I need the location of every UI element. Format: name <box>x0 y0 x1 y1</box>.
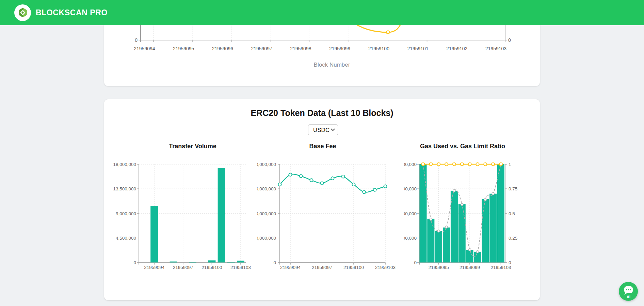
gas-ratio-chart[interactable]: 21959095219590992195910336,000,00027,000… <box>404 160 540 275</box>
data-point <box>300 175 303 178</box>
erc20-token-data-card: ERC20 Token Data (Last 10 Blocks) USDC T… <box>104 99 540 300</box>
svg-text:27,000,000: 27,000,000 <box>404 186 417 191</box>
data-point <box>342 175 345 178</box>
svg-text:21959094: 21959094 <box>134 46 155 51</box>
svg-text:21959095: 21959095 <box>429 265 449 270</box>
svg-text:21959096: 21959096 <box>212 46 234 51</box>
svg-text:200,000,000: 200,000,000 <box>257 236 276 241</box>
ratio-point <box>453 190 455 192</box>
brand-text: BLOCKSCAN PRO <box>36 8 108 17</box>
bar <box>489 194 497 262</box>
data-point <box>278 183 281 186</box>
gas-limit-point <box>499 163 502 166</box>
data-point <box>289 173 292 176</box>
ratio-point <box>437 230 440 232</box>
gas-limit-point <box>468 163 471 166</box>
gas-limit-point <box>453 163 456 166</box>
svg-text:21959097: 21959097 <box>312 265 332 270</box>
svg-text:21959094: 21959094 <box>144 265 165 270</box>
bar <box>466 250 473 262</box>
base-fee-chart[interactable]: 21959094219590972195910021959103800,000,… <box>257 160 400 275</box>
svg-text:0: 0 <box>414 260 417 265</box>
ratio-point <box>484 199 486 201</box>
gas-ratio-title: Gas Used vs. Gas Limit Ratio <box>420 143 505 150</box>
svg-text:21959102: 21959102 <box>446 46 468 51</box>
bar <box>420 164 427 262</box>
svg-text:21959095: 21959095 <box>173 46 194 51</box>
gas-limit-point <box>476 163 479 166</box>
svg-text:21959100: 21959100 <box>202 265 222 270</box>
hexagon-logo-icon <box>17 7 29 18</box>
ratio-point <box>469 249 471 251</box>
svg-text:21959103: 21959103 <box>230 265 251 270</box>
base-fee-title: Base Fee <box>309 143 336 150</box>
svg-text:600,000,000: 600,000,000 <box>257 186 276 191</box>
bar <box>443 227 450 262</box>
svg-text:21959103: 21959103 <box>485 46 507 51</box>
svg-text:21959097: 21959097 <box>251 46 272 51</box>
svg-text:0: 0 <box>508 37 511 43</box>
svg-text:36,000,000: 36,000,000 <box>404 162 417 167</box>
ratio-point <box>445 226 448 228</box>
token-select-wrap: USDC <box>308 124 338 135</box>
svg-text:13,500,000: 13,500,000 <box>113 186 136 191</box>
svg-text:0: 0 <box>133 260 136 265</box>
svg-text:9,000,000: 9,000,000 <box>116 211 136 216</box>
bar <box>458 204 466 262</box>
bar <box>150 206 158 262</box>
transfer-volume-bars <box>150 168 244 262</box>
ai-label: AI <box>627 295 630 299</box>
bar <box>237 261 244 262</box>
svg-text:0: 0 <box>135 37 138 43</box>
transfer-volume-chart[interactable]: 2195909421959097219591002195910318,000,0… <box>110 160 257 275</box>
svg-text:4,500,000: 4,500,000 <box>116 236 136 241</box>
bar <box>170 261 177 262</box>
gas-limit-point <box>484 163 487 166</box>
yellow-series-point <box>386 31 389 34</box>
svg-text:18,000,000: 18,000,000 <box>113 162 136 167</box>
data-point <box>384 185 387 188</box>
data-point <box>363 191 366 194</box>
chat-bubble-icon: AI <box>619 282 638 301</box>
app-header: BLOCKSCAN PRO <box>0 0 644 25</box>
bar <box>435 231 442 262</box>
gas-limit-point <box>492 163 495 166</box>
svg-text:21959097: 21959097 <box>173 265 193 270</box>
svg-text:400,000,000: 400,000,000 <box>257 211 276 216</box>
ratio-point <box>461 203 463 206</box>
svg-text:21959099: 21959099 <box>460 265 480 270</box>
token-select[interactable]: USDC <box>308 124 338 135</box>
data-point <box>331 177 334 180</box>
svg-text:0.25: 0.25 <box>509 236 517 241</box>
svg-text:21959098: 21959098 <box>290 46 311 51</box>
bar <box>189 262 196 262</box>
svg-text:9,000,000: 9,000,000 <box>404 236 417 241</box>
svg-text:18,000,000: 18,000,000 <box>404 211 417 216</box>
gas-limit-point <box>437 163 440 166</box>
bar <box>497 164 504 262</box>
svg-text:0.5: 0.5 <box>509 211 515 216</box>
gas-limit-point <box>461 163 464 166</box>
ai-chat-button[interactable]: AI <box>619 282 638 301</box>
bar <box>482 199 489 262</box>
data-point <box>321 182 324 185</box>
data-point <box>352 183 355 186</box>
data-point <box>310 178 313 182</box>
bar <box>474 252 481 262</box>
bar <box>218 168 225 262</box>
blockscan-logo <box>14 4 31 21</box>
svg-text:0: 0 <box>509 260 511 265</box>
svg-text:0.75: 0.75 <box>509 186 517 191</box>
svg-text:21959101: 21959101 <box>407 46 429 51</box>
ratio-point <box>492 192 494 195</box>
bar <box>208 260 215 262</box>
svg-text:21959100: 21959100 <box>368 46 390 51</box>
svg-text:800,000,000: 800,000,000 <box>257 162 276 167</box>
data-point <box>373 188 376 191</box>
svg-text:21959103: 21959103 <box>490 265 511 270</box>
gas-limit-point <box>429 163 432 166</box>
svg-text:21959103: 21959103 <box>375 265 396 270</box>
svg-text:1: 1 <box>509 162 511 167</box>
svg-text:21959100: 21959100 <box>343 265 364 270</box>
gas-limit-point <box>422 163 425 166</box>
